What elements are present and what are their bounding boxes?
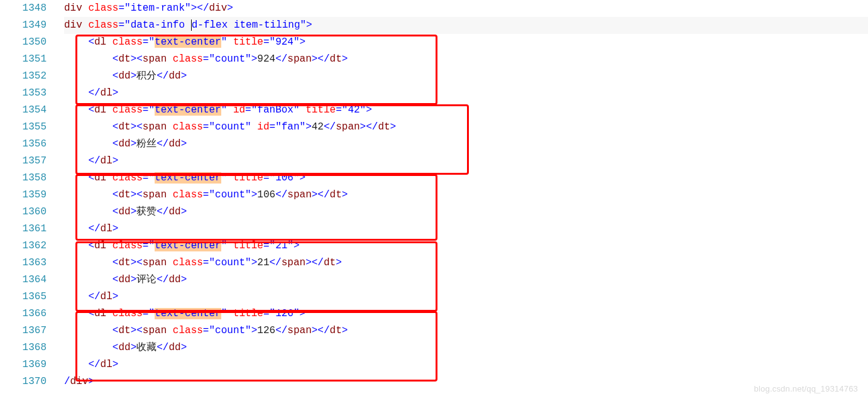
- attr-text: title: [233, 36, 263, 48]
- code-line[interactable]: </dl>: [64, 221, 868, 238]
- code-line[interactable]: <dd>积分</dd>: [64, 68, 868, 85]
- tag-text: dd: [168, 274, 180, 285]
- line-number: 1370: [0, 373, 58, 390]
- code-line[interactable]: <dl class="text-center" title="924">: [64, 34, 868, 51]
- line-number: 1354: [0, 102, 58, 119]
- code-line[interactable]: <dd>评论</dd>: [64, 272, 868, 288]
- attr-val: fan: [282, 121, 300, 133]
- attr-val: 21: [275, 240, 287, 251]
- line-number-gutter: 1348134913501351135213531354135513561357…: [0, 0, 58, 390]
- tag-text: div: [64, 3, 82, 14]
- code-line[interactable]: </dl>: [64, 153, 868, 170]
- tag-text: dd: [168, 342, 180, 353]
- tag-text: div: [70, 376, 89, 387]
- attr-text: title: [305, 104, 336, 116]
- line-number: 1365: [0, 288, 58, 305]
- code-line[interactable]: <dt><span class="count">21</span></dt>: [64, 255, 868, 272]
- attr-val: 924: [275, 36, 294, 48]
- attr-text: class: [88, 3, 118, 14]
- attr-text: class: [173, 121, 203, 133]
- code-line[interactable]: <dl class="text-center" title="106">: [64, 170, 868, 187]
- attr-text: class: [113, 104, 143, 116]
- attr-val: count: [215, 189, 245, 200]
- tag-text: dd: [168, 138, 180, 150]
- code-line[interactable]: <dd>粉丝</dd>: [64, 136, 868, 153]
- code-line[interactable]: <dt><span class="count">126</span></dt>: [64, 322, 868, 339]
- code-line[interactable]: </dl>: [64, 288, 868, 305]
- attr-text: class: [173, 325, 203, 336]
- tag-text: span: [287, 53, 311, 65]
- tag-text: dt: [118, 257, 130, 268]
- tag-text: div: [64, 19, 82, 31]
- code-line[interactable]: </dl>: [64, 85, 868, 102]
- line-number: 1362: [0, 238, 58, 255]
- attr-text: class: [113, 172, 143, 184]
- code-area[interactable]: div class="item-rank"></div> div class="…: [64, 0, 868, 390]
- line-number: 1361: [0, 221, 58, 238]
- attr-text: class: [173, 257, 203, 268]
- attr-val: item-rank: [131, 3, 185, 14]
- tag-text: dl: [94, 172, 106, 184]
- code-line[interactable]: <dt><span class="count">924</span></dt>: [64, 51, 868, 68]
- tag-text: span: [143, 53, 167, 65]
- tag-text: dl: [101, 359, 113, 370]
- line-number: 1349: [0, 17, 58, 34]
- line-number: 1360: [0, 204, 58, 221]
- text-node: 106: [257, 189, 275, 200]
- line-number: 1366: [0, 305, 58, 322]
- watermark-text: blog.csdn.net/qq_19314763: [754, 380, 858, 397]
- tag-text: dt: [378, 121, 390, 133]
- tag-text: dd: [118, 70, 130, 82]
- line-number: 1369: [0, 356, 58, 373]
- line-number: 1357: [0, 153, 58, 170]
- tag-text: dd: [168, 206, 180, 217]
- tag-text: dt: [324, 257, 336, 268]
- tag-text: dl: [101, 223, 113, 234]
- line-number: 1367: [0, 322, 58, 339]
- code-line-active[interactable]: div class="data-info d-flex item-tiling"…: [64, 17, 868, 34]
- text-node: 21: [257, 257, 269, 268]
- tag-text: dt: [330, 189, 342, 200]
- code-line[interactable]: <dt><span class="count" id="fan">42</spa…: [64, 119, 868, 136]
- code-line[interactable]: div class="item-rank"></div>: [64, 0, 868, 17]
- code-line[interactable]: <dd>收藏</dd>: [64, 339, 868, 356]
- code-line[interactable]: </dl>: [64, 356, 868, 373]
- code-line[interactable]: <dl class="text-center" id="fanBox" titl…: [64, 102, 868, 119]
- line-number: 1368: [0, 339, 58, 356]
- search-highlight: text-center: [155, 240, 221, 251]
- tag-text: dt: [118, 325, 130, 336]
- attr-val: fanBox: [257, 104, 294, 116]
- attr-text: class: [173, 53, 203, 65]
- text-node: 获赞: [136, 206, 157, 217]
- tag-text: dl: [101, 87, 113, 99]
- code-line[interactable]: <dd>获赞</dd>: [64, 204, 868, 221]
- search-highlight: text-center: [155, 172, 221, 184]
- code-line[interactable]: <dl class="text-center" title="126">: [64, 305, 868, 322]
- tag-text: dt: [330, 325, 342, 336]
- line-number: 1351: [0, 51, 58, 68]
- text-node: 粉丝: [136, 138, 157, 150]
- attr-text: title: [233, 240, 263, 251]
- attr-val: 126: [275, 308, 294, 319]
- code-line[interactable]: <dt><span class="count">106</span></dt>: [64, 187, 868, 204]
- code-line[interactable]: /div>: [64, 373, 868, 390]
- attr-val: d-flex item-tiling: [192, 19, 300, 31]
- tag-text: span: [143, 189, 167, 200]
- tag-text: dd: [168, 70, 180, 82]
- line-number: 1352: [0, 68, 58, 85]
- attr-val: 42: [348, 104, 360, 116]
- attr-val: count: [215, 325, 245, 336]
- attr-val: count: [215, 257, 245, 268]
- attr-text: class: [173, 189, 203, 200]
- line-number: 1350: [0, 34, 58, 51]
- search-highlight: text-center: [155, 36, 221, 48]
- tag-text: span: [143, 121, 167, 133]
- text-node: 126: [257, 325, 275, 336]
- tag-text: dd: [118, 206, 130, 217]
- code-line[interactable]: <dl class="text-center" title="21">: [64, 238, 868, 255]
- tag-text: span: [336, 121, 360, 133]
- tag-text: dt: [118, 121, 130, 133]
- text-node: 42: [312, 121, 324, 133]
- tag-text: span: [143, 257, 167, 268]
- attr-text: title: [233, 308, 263, 319]
